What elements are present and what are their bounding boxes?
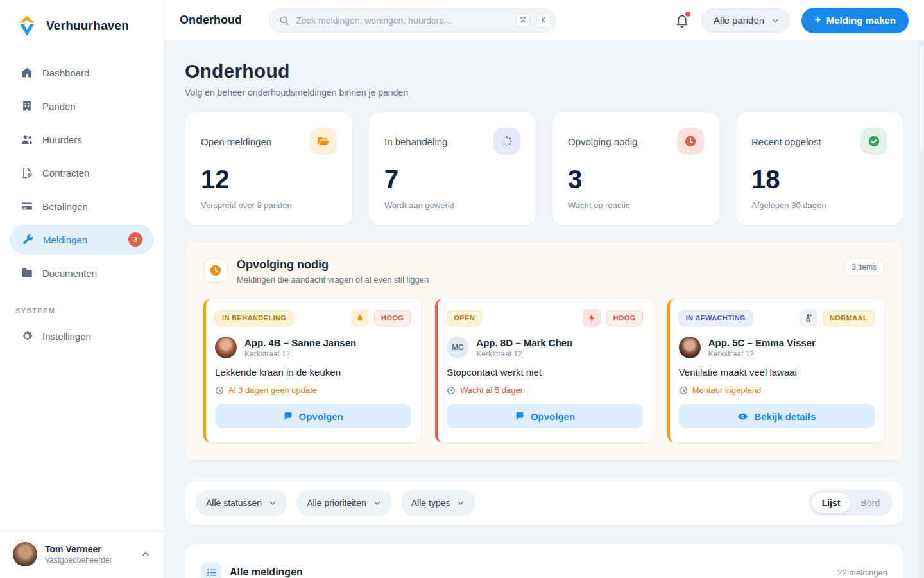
action-label: Bekijk details	[754, 411, 816, 422]
tenant-name: App. 4B – Sanne Jansen	[244, 337, 356, 348]
sidebar-section-label: SYSTEEM	[0, 307, 164, 315]
tenant-info: App. 5C – Emma Visser Kerkstraat 12	[708, 337, 816, 358]
topbar-page-title: Onderhoud	[180, 13, 242, 27]
stats-row: Open meldingen 12 Verspreid over 8 pande…	[185, 112, 903, 225]
sidebar-item-label: Huurders	[42, 134, 82, 145]
scrollbar[interactable]	[919, 41, 924, 578]
followup-subtitle: Meldingen die aandacht vragen of al even…	[237, 275, 429, 285]
sidebar-item-documenten[interactable]: Documenten	[10, 258, 153, 288]
user-name: Tom Vermeer	[45, 544, 112, 554]
sidebar-nav: Dashboard Panden Huurders Contracten Bet…	[0, 50, 164, 288]
stat-card-open: Open meldingen 12 Verspreid over 8 pande…	[185, 112, 353, 225]
issue-title: Lekkende kraan in de keuken	[215, 367, 411, 378]
folder-icon	[21, 267, 33, 279]
sidebar-item-contracten[interactable]: Contracten	[10, 158, 153, 188]
wrench-icon	[21, 233, 34, 246]
stat-sub: Afgelopen 30 dagen	[751, 200, 887, 210]
action-label: Opvolgen	[531, 411, 575, 422]
brand-name: Verhuurhaven	[46, 19, 129, 33]
stat-label: Opvolging nodig	[568, 136, 637, 147]
stat-card-opgelost: Recent opgelost 18 Afgelopen 30 dagen	[735, 112, 903, 225]
sidebar-item-instellingen[interactable]: Instellingen	[10, 321, 153, 351]
sidebar-item-huurders[interactable]: Huurders	[10, 125, 153, 154]
property-filter-dropdown[interactable]: Alle panden	[701, 8, 790, 33]
followup-cards: IN BEHANDELING HOOG App. 4B – Sanne Jans…	[203, 299, 885, 442]
alle-meldingen-section: Alle meldingen 22 meldingen	[185, 543, 903, 578]
meta-text: Wacht al 5 dagen	[460, 385, 525, 395]
tenant-info: App. 8D – Mark Chen Kerkstraat 12	[476, 337, 572, 358]
chevron-up-icon	[141, 549, 151, 559]
avatar	[13, 542, 37, 566]
notifications-bell-icon[interactable]	[674, 13, 690, 28]
followup-card: IN AFWACHTING NORMAAL App. 5C – Emma Vis…	[667, 299, 885, 442]
house-v-logo	[15, 14, 38, 37]
stat-value: 18	[751, 165, 887, 194]
list-section-title: Alle meldingen	[230, 566, 303, 578]
issue-title: Ventilatie maakt veel lawaai	[679, 367, 875, 378]
avatar	[215, 337, 237, 358]
sidebar-item-betalingen[interactable]: Betalingen	[10, 191, 153, 221]
status-badge: IN BEHANDELING	[215, 310, 293, 326]
chevron-down-icon	[771, 15, 780, 25]
chevron-down-icon	[373, 498, 382, 507]
priority-badge: HOOG	[606, 310, 642, 326]
clock-icon	[447, 386, 456, 395]
stat-label: Recent opgelost	[751, 136, 821, 147]
tenant-address: Kerkstraat 12	[476, 349, 572, 358]
followup-count-badge: 3 items	[843, 258, 885, 276]
view-toggle: Lijst Bord	[809, 490, 893, 516]
thermometer-icon	[800, 309, 817, 327]
topbar: Onderhoud ⌘ K Alle panden + Melding m	[164, 0, 924, 41]
user-role: Vastgoedbeheerder	[45, 556, 112, 565]
scrollbar-thumb[interactable]	[920, 45, 923, 154]
stat-value: 3	[568, 165, 704, 194]
opvolgen-button[interactable]: Opvolgen	[215, 404, 411, 428]
create-melding-button[interactable]: + Melding maken	[801, 8, 909, 33]
opvolgen-button[interactable]: Opvolgen	[447, 404, 642, 428]
meta-text: Monteur ingepland	[692, 385, 762, 395]
sidebar-item-dashboard[interactable]: Dashboard	[10, 58, 153, 87]
sidebar-item-label: Documenten	[42, 268, 97, 279]
priority-filter-dropdown[interactable]: Alle prioriteiten	[296, 490, 392, 516]
followup-card: IN BEHANDELING HOOG App. 4B – Sanne Jans…	[203, 299, 421, 442]
eye-icon	[737, 411, 748, 422]
sidebar: Verhuurhaven Dashboard Panden Huurders C…	[0, 0, 164, 578]
filter-label: Alle statussen	[206, 498, 262, 508]
issue-title: Stopcontact werkt niet	[447, 367, 642, 378]
shortcut-k-key: K	[536, 13, 551, 28]
search-input[interactable]	[296, 15, 509, 26]
status-badge: IN AFWACHTING	[679, 310, 753, 326]
sidebar-item-label: Panden	[42, 101, 76, 112]
sidebar-item-meldingen[interactable]: Meldingen 3	[10, 225, 153, 254]
followup-heading: Opvolging nodig Meldingen die aandacht v…	[237, 258, 429, 285]
status-filter-dropdown[interactable]: Alle statussen	[196, 490, 287, 516]
sidebar-item-panden[interactable]: Panden	[10, 91, 153, 121]
tenant-address: Kerkstraat 12	[244, 349, 356, 358]
lightning-icon	[583, 309, 601, 327]
type-filter-dropdown[interactable]: Alle types	[401, 490, 476, 516]
view-toggle-bord[interactable]: Bord	[850, 493, 890, 513]
folder-open-icon	[310, 128, 337, 155]
clock-icon	[677, 128, 704, 155]
users-icon	[21, 133, 33, 146]
view-toggle-lijst[interactable]: Lijst	[812, 493, 851, 513]
home-icon	[21, 66, 33, 79]
user-menu[interactable]: Tom Vermeer Vastgoedbeheerder	[0, 531, 164, 578]
bekijk-details-button[interactable]: Bekijk details	[679, 404, 875, 428]
chevron-down-icon	[268, 498, 277, 507]
property-filter-value: Alle panden	[714, 15, 764, 26]
search-bar[interactable]: ⌘ K	[269, 8, 556, 33]
stat-value: 7	[384, 165, 520, 194]
clock-icon	[203, 258, 228, 283]
clock-icon	[679, 386, 688, 395]
tenant-address: Kerkstraat 12	[708, 349, 816, 358]
meta-text: Al 3 dagen geen update	[228, 385, 317, 395]
brand: Verhuurhaven	[0, 0, 164, 50]
meldingen-count-badge: 3	[128, 232, 142, 247]
stat-label: Open meldingen	[201, 136, 271, 147]
priority-badge: NORMAAL	[823, 310, 875, 326]
notification-dot	[685, 12, 690, 17]
priority-badge: HOOG	[374, 310, 411, 326]
sidebar-item-label: Meldingen	[43, 234, 87, 245]
credit-card-icon	[21, 200, 33, 213]
